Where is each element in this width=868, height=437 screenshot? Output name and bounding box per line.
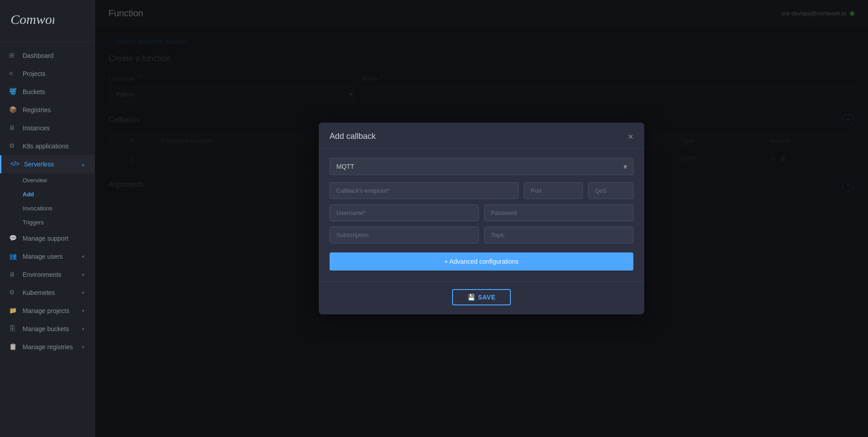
callback-type-select[interactable]: MQTT HTTP gRPC [330, 158, 633, 175]
modal-overlay: Add callback × MQTT HTTP gRPC ▾ [95, 0, 868, 437]
sidebar-item-instances[interactable]: 🖥 Instances [0, 119, 94, 137]
server-icon: 🖥 [9, 124, 17, 132]
modal-title: Add callback [330, 132, 376, 141]
sidebar-item-manage-projects[interactable]: 📁 Manage projects ▼ [0, 302, 94, 320]
sidebar-item-manage-support[interactable]: 💬 Manage support [0, 229, 94, 247]
serverless-sub-overview[interactable]: Overview [23, 173, 94, 187]
serverless-submenu: Overview Add Invocations Triggers [0, 173, 94, 229]
sidebar-item-environments[interactable]: 🖥 Environments ▼ [0, 266, 94, 284]
dashboard-icon: ⊞ [9, 52, 17, 60]
fields-row-1 [330, 182, 633, 199]
modal-close-button[interactable]: × [628, 132, 633, 141]
sidebar-item-manage-registries[interactable]: 📋 Manage registries ▼ [0, 338, 94, 356]
serverless-sub-invocations[interactable]: Invocations [23, 201, 94, 215]
modal-footer: 💾 SAVE [319, 281, 644, 314]
advanced-config-button[interactable]: + Advanced configurations [330, 252, 633, 271]
type-select-wrapper: MQTT HTTP gRPC ▾ [330, 158, 633, 175]
chat-icon: 💬 [9, 234, 17, 242]
topic-input[interactable] [484, 227, 633, 243]
fields-row-2 [330, 204, 633, 221]
serverless-sub-triggers[interactable]: Triggers [23, 215, 94, 229]
sidebar-item-kubernetes[interactable]: ⚙ Kubernetes ▼ [0, 284, 94, 302]
endpoint-input[interactable] [330, 182, 519, 199]
sidebar-item-k8s[interactable]: ⚙ K8s applications [0, 137, 94, 155]
code-icon: </> [10, 160, 19, 168]
globe-icon: 🖥 [9, 271, 17, 279]
kube-icon: ⚙ [9, 289, 17, 297]
registry-icon: 📦 [9, 106, 17, 114]
logo: Comwork [0, 0, 94, 42]
modal-header: Add callback × [319, 123, 644, 149]
main-content: Function sre-devops@comwork.io ← Back to… [95, 0, 868, 437]
k8s-icon: ⚙ [9, 142, 17, 150]
layers-icon: ≡ [9, 70, 17, 78]
bucket2-icon: 🗄 [9, 325, 17, 333]
sidebar-item-buckets[interactable]: 🪣 Buckets [0, 83, 94, 101]
add-callback-modal: Add callback × MQTT HTTP gRPC ▾ [319, 123, 644, 314]
sidebar-nav: ⊞ Dashboard ≡ Projects 🪣 Buckets 📦 Regis… [0, 42, 94, 437]
save-button[interactable]: 💾 SAVE [452, 289, 511, 305]
sidebar: Comwork ⊞ Dashboard ≡ Projects 🪣 Buckets… [0, 0, 95, 437]
fields-row-3 [330, 227, 633, 243]
sidebar-item-manage-users[interactable]: 👥 Manage users ▼ [0, 247, 94, 266]
port-input[interactable] [524, 182, 583, 199]
save-icon: 💾 [467, 294, 476, 301]
folder-icon: 📁 [9, 307, 17, 315]
sidebar-item-serverless[interactable]: </> Serverless ▲ [0, 155, 94, 173]
reg2-icon: 📋 [9, 343, 17, 351]
password-input[interactable] [484, 204, 633, 221]
bucket-icon: 🪣 [9, 88, 17, 96]
username-input[interactable] [330, 204, 479, 221]
sidebar-item-registries[interactable]: 📦 Registries [0, 101, 94, 119]
users-icon: 👥 [9, 252, 17, 261]
modal-body: MQTT HTTP gRPC ▾ [319, 149, 644, 281]
svg-text:Comwork: Comwork [10, 12, 54, 27]
serverless-sub-add[interactable]: Add [23, 187, 94, 201]
qos-input[interactable] [588, 182, 633, 199]
sidebar-item-dashboard[interactable]: ⊞ Dashboard [0, 47, 94, 65]
sidebar-item-manage-buckets[interactable]: 🗄 Manage buckets ▼ [0, 320, 94, 338]
subscription-input[interactable] [330, 227, 479, 243]
sidebar-item-projects[interactable]: ≡ Projects [0, 65, 94, 83]
